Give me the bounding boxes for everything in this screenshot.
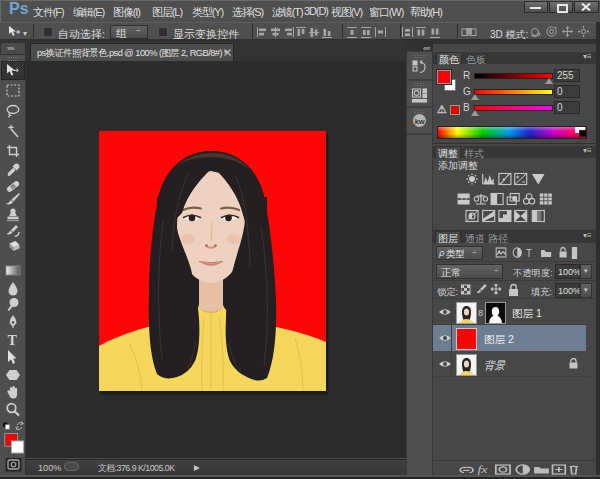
svg-text:kw: kw bbox=[415, 117, 425, 126]
svg-text:T: T bbox=[526, 247, 533, 259]
svg-text:T: T bbox=[8, 333, 18, 348]
